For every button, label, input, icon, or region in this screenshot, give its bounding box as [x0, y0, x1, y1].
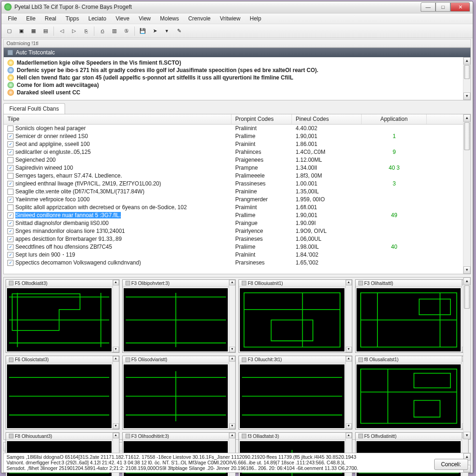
checkbox[interactable]	[7, 173, 13, 179]
scroll-down-icon[interactable]: ▼	[229, 423, 235, 429]
minimize-button[interactable]: —	[421, 2, 436, 12]
scroll-down-icon[interactable]: ▼	[463, 266, 470, 274]
checkbox[interactable]: ✓	[7, 141, 13, 147]
table-row[interactable]: ✓Semicer dr onner nrileed 1S0Prallime1.9…	[4, 132, 470, 140]
menu-vieve[interactable]: Vieve	[111, 14, 134, 23]
chart-canvas[interactable]	[357, 364, 461, 428]
checkbox[interactable]: ✓	[7, 212, 13, 218]
table-row[interactable]: ✓singleed enthnal liwage (fIVP/ICIL, 2M1…	[4, 180, 470, 188]
scroll-up-icon[interactable]: ▲	[346, 280, 352, 285]
tb-disk-icon[interactable]: 💾	[138, 26, 148, 36]
table-row[interactable]: ✓Sppectics decomamon Volkswagend culkndn…	[4, 259, 470, 267]
titlebar[interactable]: Pyetal Lbl3 Te Cif Tupor 8- Crome Bays P…	[1, 1, 473, 13]
checkbox[interactable]: ✓	[7, 181, 13, 187]
scroll-thumb[interactable]	[464, 122, 470, 150]
tb-fwd-icon[interactable]: ▷	[69, 26, 79, 36]
tb-pen-icon[interactable]: ✎	[174, 26, 184, 36]
scroll-thumb[interactable]	[464, 65, 470, 79]
col-type[interactable]: Tiipe	[4, 114, 231, 124]
checkbox[interactable]	[7, 157, 13, 163]
table-row[interactable]: ✓Seecdtfines off hou dfensions ZBf7C45Pr…	[4, 243, 470, 251]
table-row[interactable]: ✓Siniieed conillonre nuar fannoat 5 :3G7…	[4, 212, 470, 219]
scroll-up-icon[interactable]: ▲	[229, 280, 235, 285]
scroll-down-icon[interactable]: ▼	[229, 347, 235, 352]
grid-scrollbar[interactable]: ▲ ▼	[463, 114, 470, 274]
tb-dd-icon[interactable]: ▾	[162, 26, 172, 36]
tb-copy-icon[interactable]: ⎙	[97, 26, 107, 36]
table-row[interactable]: Soniicls ologen heal paragerPraliinint4.…	[4, 125, 470, 132]
checkbox[interactable]: ✓	[7, 133, 13, 139]
checkbox[interactable]: ✓	[7, 260, 13, 266]
tb-send-icon[interactable]: ⎘	[81, 26, 91, 36]
checkbox[interactable]	[7, 189, 13, 195]
scroll-down-icon[interactable]: ▼	[463, 93, 470, 100]
tb-new-icon[interactable]: ▢	[4, 26, 14, 36]
menu-vritwiew[interactable]: Vritwiew	[215, 14, 245, 23]
scroll-down-icon[interactable]: ▼	[113, 347, 119, 352]
chart-scrollbar[interactable]: ▲▼	[345, 280, 352, 353]
table-row[interactable]: ✓sedilcarller oi engluste..05,125Prahiin…	[4, 148, 470, 156]
table-row[interactable]: ✓appes desicttion for Brrerbarager 91.33…	[4, 235, 470, 243]
table-row[interactable]: ✓Snges minandonllor oloans liore 13'l0,2…	[4, 227, 470, 235]
scroll-up-icon[interactable]: ▲	[113, 356, 119, 362]
scroll-up-icon[interactable]: ▲	[463, 278, 470, 285]
close-button[interactable]: ✕	[450, 2, 470, 12]
chart-canvas[interactable]	[357, 288, 461, 352]
chart-canvas[interactable]	[240, 364, 344, 428]
menu-molews[interactable]: Molews	[155, 14, 184, 23]
checkbox[interactable]: ✓	[7, 252, 13, 258]
scroll-up-icon[interactable]: ▲	[229, 433, 235, 438]
charts-scrollbar[interactable]: ▲ ▼	[463, 278, 470, 439]
tb-num-icon[interactable]: ⑤	[121, 26, 132, 36]
chart-canvas[interactable]	[7, 288, 112, 352]
chart-scrollbar[interactable]: ▲▼	[112, 356, 119, 429]
menu-file[interactable]: File	[3, 14, 21, 23]
table-row[interactable]: Soplitc alloll apprizcation with decrets…	[4, 204, 470, 212]
checkbox[interactable]: ✓	[7, 197, 13, 203]
table-row[interactable]: Sernges tagers, ehaurr S7.474. Lbedlence…	[4, 172, 470, 180]
checkbox[interactable]: ✓	[7, 228, 13, 234]
scroll-track[interactable]	[463, 79, 470, 93]
col-application[interactable]: Application	[362, 114, 427, 124]
scroll-up-icon[interactable]: ▲	[346, 433, 352, 438]
table-row[interactable]: ✓Seot and applgiine, sseell 100Prainiint…	[4, 140, 470, 148]
scroll-down-icon[interactable]: ▼	[346, 347, 352, 352]
menu-tipps[interactable]: Tipps	[61, 14, 84, 23]
chart-canvas[interactable]	[7, 364, 112, 428]
checkbox[interactable]	[7, 126, 13, 132]
col-pineul[interactable]: Pineul Codes	[292, 114, 362, 124]
col-pronpint[interactable]: Pronpint Codes	[231, 114, 292, 124]
table-row[interactable]: ✓Sapiredivin wineed 100Prampne1.34.00Il4…	[4, 164, 470, 172]
tb-save-icon[interactable]: ▦	[28, 26, 39, 36]
scroll-up-icon[interactable]: ▲	[346, 356, 352, 362]
checkbox[interactable]: ✓	[7, 149, 13, 155]
scroll-down-icon[interactable]: ▼	[463, 432, 470, 439]
chart-canvas[interactable]	[124, 364, 228, 428]
tb-back-icon[interactable]: ◁	[57, 26, 67, 36]
checkbox[interactable]: ✓	[7, 220, 13, 226]
menu-view[interactable]: View	[134, 14, 155, 23]
table-row[interactable]: Seaglle clte.vente olite (Dfi7/CTr4,30ML…	[4, 188, 470, 196]
chart-canvas[interactable]	[124, 288, 228, 352]
scroll-down-icon[interactable]: ▼	[346, 423, 352, 429]
table-row[interactable]: ✓Snittad dlagnolsfor dlembanig liS0.l00P…	[4, 219, 470, 227]
table-row[interactable]: ✓Yaeiinme vefirpoice foco 1000Prangmerde…	[4, 196, 470, 204]
menu-real[interactable]: Real	[40, 14, 61, 23]
scroll-thumb[interactable]	[464, 285, 470, 309]
chart-scrollbar[interactable]: ▲▼	[345, 356, 352, 429]
chart-scrollbar[interactable]: ▲▼	[229, 280, 235, 353]
chart-canvas[interactable]	[240, 288, 344, 352]
tb-table-icon[interactable]: ▥	[109, 26, 119, 36]
msg-scrollbar[interactable]: ▲ ▼	[463, 57, 470, 100]
scroll-track[interactable]	[463, 309, 470, 432]
scroll-up-icon[interactable]: ▲	[229, 356, 235, 362]
checkbox[interactable]: ✓	[7, 236, 13, 242]
cancel-button[interactable]: Conceli:	[434, 459, 468, 470]
scroll-up-icon[interactable]: ▲	[463, 114, 470, 122]
checkbox[interactable]	[7, 205, 13, 211]
menu-leciato[interactable]: Leciato	[84, 14, 111, 23]
menu-crenvole[interactable]: Crenvole	[184, 14, 215, 23]
menu-help[interactable]: Help	[245, 14, 266, 23]
table-row[interactable]: Segienched 200Praigenees1.12.00ML	[4, 156, 470, 164]
menu-elle[interactable]: Elle	[21, 14, 40, 23]
